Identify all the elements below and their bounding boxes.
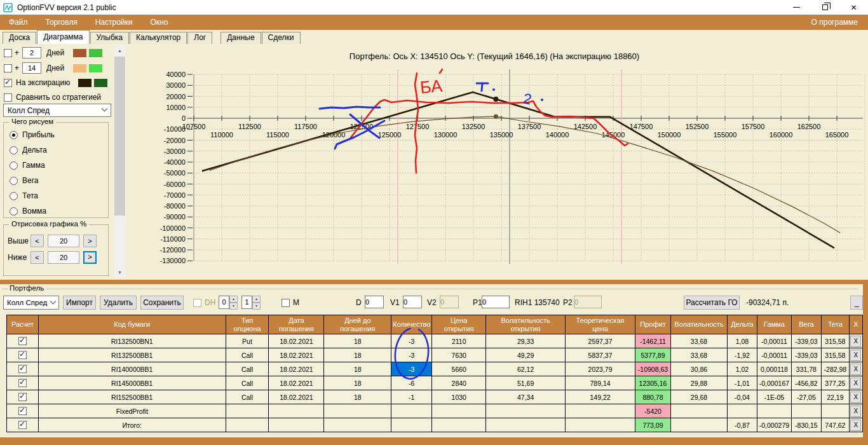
column-header-gamma[interactable]: Гамма <box>757 315 791 334</box>
column-header-type[interactable]: Типопциона <box>226 315 269 334</box>
row-close-button[interactable]: X <box>850 378 861 389</box>
spinner-2-value[interactable]: 1 <box>241 296 252 309</box>
p1-input[interactable]: 0 <box>482 296 510 308</box>
radio-icon[interactable] <box>10 207 18 216</box>
cell-date <box>269 404 324 418</box>
tab-Лог[interactable]: Лог <box>187 32 212 44</box>
spin-up-icon[interactable]: ▲ <box>229 296 238 303</box>
tab-Данные[interactable]: Данные <box>220 32 261 44</box>
tab-Улыбка[interactable]: Улыбка <box>90 32 130 44</box>
m-checkbox[interactable] <box>281 299 290 307</box>
restore-window-icon[interactable] <box>811 0 839 15</box>
row-calc-checkbox[interactable] <box>18 407 27 415</box>
cell-qty[interactable]: -3 <box>391 348 432 362</box>
cell-qty[interactable]: -3 <box>391 362 432 376</box>
draw-option-Вомма[interactable]: Вомма <box>10 207 46 216</box>
below-decrease-button[interactable]: < <box>31 251 44 264</box>
dh-checkbox[interactable] <box>193 299 201 307</box>
compare-strategy-checkbox[interactable] <box>4 93 12 102</box>
row-calc-checkbox[interactable] <box>18 351 27 359</box>
portfolio-preset-dropdown[interactable]: Колл Спред <box>3 296 59 310</box>
column-header-check[interactable]: Расчет <box>7 315 39 334</box>
row-calc-checkbox[interactable] <box>18 337 27 345</box>
tab-Сделки[interactable]: Сделки <box>262 32 301 44</box>
row-close-button[interactable]: X <box>850 420 861 431</box>
row-calc-checkbox[interactable] <box>18 421 27 429</box>
draw-option-Тета[interactable]: Тета <box>10 191 38 200</box>
d-input[interactable]: 0 <box>365 296 384 308</box>
column-header-vega[interactable]: Вега <box>791 315 821 334</box>
v1-input[interactable]: 0 <box>403 296 422 308</box>
spin-up-icon[interactable]: ▲ <box>252 296 261 303</box>
draw-option-Дельта[interactable]: Дельта <box>10 146 47 154</box>
draw-option-Прибыль[interactable]: Прибыль <box>10 130 55 139</box>
radio-icon[interactable] <box>10 131 18 139</box>
tab-Доска[interactable]: Доска <box>3 32 36 44</box>
calculate-go-button[interactable]: Рассчитать ГО <box>684 296 740 310</box>
minimize-window-icon[interactable] <box>782 0 811 15</box>
column-header-qty[interactable]: Количество <box>391 315 432 334</box>
tab-Диаграмма[interactable]: Диаграмма <box>37 30 89 44</box>
v2-input[interactable]: 0 <box>440 296 459 308</box>
spin-down-icon[interactable]: ▼ <box>229 303 238 310</box>
svg-text:107500: 107500 <box>182 123 206 130</box>
radio-icon[interactable] <box>10 192 18 200</box>
p2-input[interactable]: 0 <box>574 296 602 308</box>
tab-Калькулятор[interactable]: Калькулятор <box>130 32 187 44</box>
draw-option-Вега[interactable]: Вега <box>10 176 38 185</box>
column-header-price[interactable]: Ценаоткрытия <box>432 315 486 334</box>
radio-icon[interactable] <box>10 161 18 170</box>
table-horizontal-scrollbar[interactable] <box>6 432 858 435</box>
row-close-button[interactable]: X <box>850 364 861 375</box>
svg-text:127500: 127500 <box>406 123 430 130</box>
cell-qty[interactable]: -6 <box>391 376 432 390</box>
spinner-1-value[interactable]: 0 <box>219 296 229 309</box>
radio-icon[interactable] <box>10 177 18 185</box>
delete-button[interactable]: Удалить <box>100 296 137 310</box>
import-button[interactable]: Импорт <box>63 296 96 310</box>
menu-item-4[interactable]: Окно <box>142 15 177 30</box>
column-header-close[interactable]: X <box>849 315 862 334</box>
close-window-icon[interactable]: ✕ <box>839 0 868 15</box>
expiration-checkbox[interactable] <box>4 79 12 87</box>
radio-icon[interactable] <box>10 146 18 154</box>
column-header-vol[interactable]: Волатильность <box>671 315 728 334</box>
row-close-button[interactable]: X <box>850 350 861 361</box>
row-calc-checkbox[interactable] <box>18 379 27 387</box>
cell-qty[interactable]: -3 <box>391 334 432 348</box>
column-header-delta[interactable]: Дельта <box>727 315 757 334</box>
spin-down-icon[interactable]: ▼ <box>252 303 261 310</box>
row-calc-checkbox[interactable] <box>18 365 27 373</box>
below-value[interactable]: 20 <box>48 251 79 264</box>
panel-minimize-button[interactable]: _ <box>850 296 863 310</box>
row-close-button[interactable]: X <box>850 406 861 417</box>
column-header-profit[interactable]: Профит <box>635 315 671 334</box>
menu-item-1[interactable]: Файл <box>0 15 37 30</box>
row-calc-checkbox[interactable] <box>18 393 27 401</box>
menu-item-2[interactable]: Торговля <box>37 15 86 30</box>
cell-qty[interactable] <box>391 404 432 418</box>
column-header-theor[interactable]: Теоретическаяцена <box>566 315 635 334</box>
column-header-vol_open[interactable]: Волатильностьоткрытия <box>486 315 566 334</box>
cell-qty[interactable] <box>391 418 432 432</box>
below-increase-button[interactable]: > <box>83 251 97 264</box>
cell-qty[interactable]: -1 <box>391 390 432 404</box>
above-value[interactable]: 20 <box>48 235 79 247</box>
draw-option-Гамма[interactable]: Гамма <box>10 161 45 170</box>
row-close-button[interactable]: X <box>850 392 861 403</box>
menu-about[interactable]: О программе <box>801 15 868 30</box>
above-decrease-button[interactable]: < <box>31 235 44 247</box>
days-2-input[interactable]: 14 <box>22 62 41 74</box>
column-header-theta[interactable]: Тета <box>821 315 849 334</box>
strategy-dropdown[interactable]: Колл Спред <box>3 104 111 117</box>
column-header-date[interactable]: Датапогашения <box>269 315 324 334</box>
days-1-input[interactable]: 2 <box>22 47 41 58</box>
days-2-checkbox[interactable] <box>4 64 12 72</box>
menu-item-3[interactable]: Настройки <box>86 15 142 30</box>
days-1-checkbox[interactable] <box>4 49 12 57</box>
column-header-days[interactable]: Дней допогашения <box>324 315 391 334</box>
save-button[interactable]: Сохранить <box>140 296 184 310</box>
column-header-code[interactable]: Код бумаги <box>38 315 226 334</box>
above-increase-button[interactable]: > <box>83 235 97 247</box>
row-close-button[interactable]: X <box>850 336 861 347</box>
